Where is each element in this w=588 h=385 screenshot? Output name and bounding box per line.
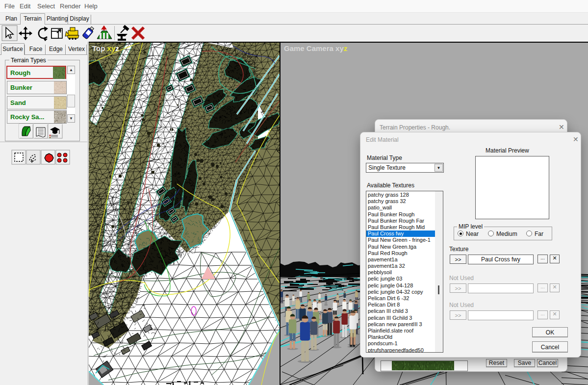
- svg-text:Top xyz: Top xyz: [92, 44, 119, 52]
- svg-text:Game Camera xyz: Game Camera xyz: [284, 44, 347, 52]
